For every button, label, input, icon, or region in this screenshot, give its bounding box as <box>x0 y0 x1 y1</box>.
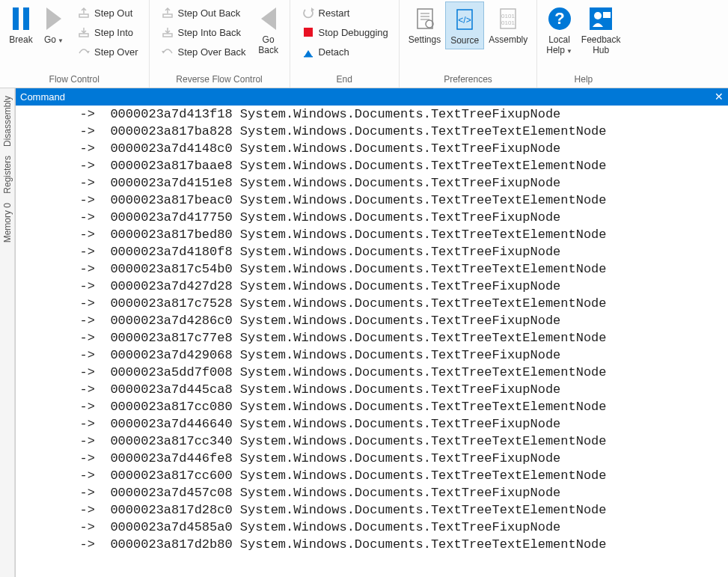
step-over-back-button[interactable]: Step Over Back <box>157 42 249 61</box>
step-over-button[interactable]: Step Over <box>73 42 141 61</box>
group-label-prefs: Preferences <box>404 73 532 88</box>
svg-rect-4 <box>79 34 88 37</box>
svg-rect-11 <box>304 28 313 37</box>
break-button[interactable]: Break <box>4 1 37 48</box>
svg-rect-14 <box>417 9 432 28</box>
svg-text:?: ? <box>554 9 564 28</box>
step-over-icon <box>76 46 91 58</box>
step-over-back-icon <box>160 46 175 58</box>
play-icon <box>43 4 64 33</box>
group-preferences: Settings </> Source 01010101 Assembly Pr… <box>400 0 537 88</box>
chevron-down-icon: ▼ <box>566 48 572 55</box>
tab-disassembly[interactable]: Disassembly <box>1 91 14 151</box>
stop-icon <box>301 26 316 38</box>
group-label-reverse: Reverse Flow Control <box>154 73 285 88</box>
step-into-back-button[interactable]: Step Into Back <box>157 22 249 42</box>
restart-icon <box>301 7 316 19</box>
group-label-help: Help <box>542 73 625 88</box>
source-button[interactable]: </> Source <box>445 1 484 49</box>
close-icon[interactable]: ✕ <box>715 91 724 103</box>
step-into-icon <box>76 26 91 38</box>
output-text: -> 0000023a7d413f18 System.Windows.Docum… <box>16 106 728 553</box>
group-end: Restart Stop Debugging Detach End <box>290 0 400 88</box>
group-reverse-flow: Step Out Back Step Into Back Step Over B… <box>150 0 290 88</box>
group-label-end: End <box>295 73 394 88</box>
ribbon-toolbar: Break Go▼ Step Out Step Into <box>0 0 728 88</box>
command-panel: Command ✕ -> 0000023a7d413f18 System.Win… <box>15 88 728 577</box>
settings-icon <box>413 4 437 33</box>
tab-memory0[interactable]: Memory 0 <box>1 198 14 247</box>
svg-marker-12 <box>305 50 312 56</box>
step-out-icon <box>76 7 91 19</box>
tab-registers[interactable]: Registers <box>1 151 14 198</box>
help-icon: ? <box>547 4 572 33</box>
svg-rect-28 <box>603 12 611 18</box>
step-out-back-button[interactable]: Step Out Back <box>157 3 249 22</box>
svg-text:</>: </> <box>459 15 471 25</box>
svg-text:0101: 0101 <box>501 13 515 19</box>
svg-rect-0 <box>13 7 19 30</box>
svg-rect-1 <box>23 7 29 30</box>
body-area: Disassembly Registers Memory 0 Command ✕… <box>0 88 728 577</box>
group-label-flow: Flow Control <box>4 73 144 88</box>
step-into-back-icon <box>160 26 175 38</box>
play-back-icon <box>258 4 279 33</box>
feedback-hub-button[interactable]: Feedback Hub <box>577 1 625 58</box>
group-flow-control: Break Go▼ Step Out Step Into <box>0 0 150 88</box>
detach-button[interactable]: Detach <box>298 42 391 61</box>
step-out-button[interactable]: Step Out <box>73 3 141 22</box>
svg-rect-3 <box>79 14 88 17</box>
feedback-icon <box>588 4 614 33</box>
settings-button[interactable]: Settings <box>404 1 445 48</box>
source-icon: </> <box>453 5 477 34</box>
svg-rect-13 <box>304 56 313 58</box>
local-help-button[interactable]: ? Local Help▼ <box>542 1 577 60</box>
step-into-button[interactable]: Step Into <box>73 22 141 42</box>
svg-rect-7 <box>163 34 172 37</box>
command-panel-header[interactable]: Command ✕ <box>16 88 728 105</box>
chevron-down-icon: ▼ <box>58 37 64 44</box>
assembly-icon: 01010101 <box>496 4 520 33</box>
go-back-button[interactable]: Go Back <box>252 1 285 58</box>
assembly-button[interactable]: 01010101 Assembly <box>484 1 532 48</box>
side-tab-strip: Disassembly Registers Memory 0 <box>0 88 15 577</box>
go-button[interactable]: Go▼ <box>37 1 70 49</box>
step-out-back-icon <box>160 7 175 19</box>
detach-icon <box>301 46 316 58</box>
restart-button[interactable]: Restart <box>298 3 391 22</box>
panel-title: Command <box>20 91 65 103</box>
pause-icon <box>10 4 32 33</box>
svg-marker-9 <box>261 7 276 30</box>
svg-point-27 <box>594 12 602 19</box>
svg-marker-2 <box>46 7 61 30</box>
svg-rect-6 <box>163 14 172 17</box>
svg-text:0101: 0101 <box>501 19 515 26</box>
group-help: ? Local Help▼ Feedback Hub Help <box>537 0 629 88</box>
stop-debugging-button[interactable]: Stop Debugging <box>298 22 391 42</box>
command-output[interactable]: -> 0000023a7d413f18 System.Windows.Docum… <box>16 105 728 577</box>
